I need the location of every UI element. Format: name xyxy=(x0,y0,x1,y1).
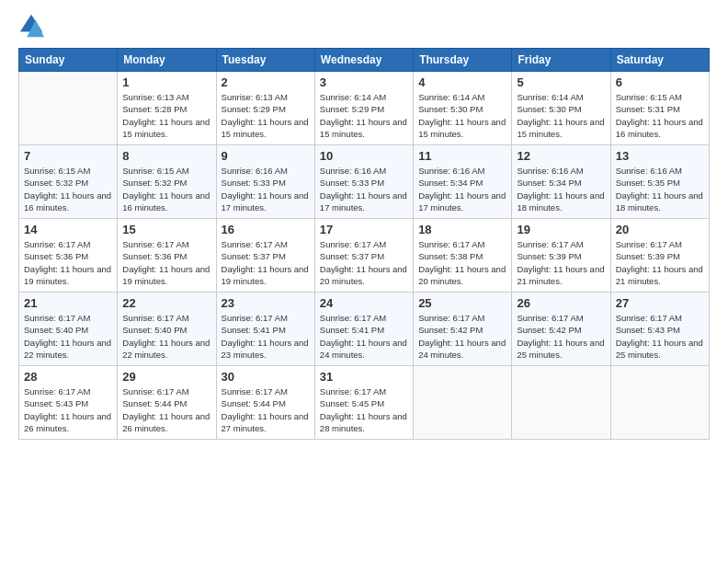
calendar-cell: 11Sunrise: 6:16 AMSunset: 5:34 PMDayligh… xyxy=(414,145,512,219)
calendar-cell: 31Sunrise: 6:17 AMSunset: 5:45 PMDayligh… xyxy=(314,366,413,440)
day-number: 6 xyxy=(616,75,704,89)
calendar-cell: 12Sunrise: 6:16 AMSunset: 5:34 PMDayligh… xyxy=(512,145,610,219)
day-number: 5 xyxy=(517,75,605,89)
calendar-week-row: 21Sunrise: 6:17 AMSunset: 5:40 PMDayligh… xyxy=(19,293,710,366)
weekday-header: Wednesday xyxy=(314,49,413,72)
day-number: 3 xyxy=(320,75,408,89)
day-number: 14 xyxy=(24,223,112,236)
day-number: 7 xyxy=(24,149,112,163)
day-info: Sunrise: 6:14 AMSunset: 5:30 PMDaylight:… xyxy=(517,91,605,140)
calendar-cell: 4Sunrise: 6:14 AMSunset: 5:30 PMDaylight… xyxy=(414,72,512,145)
calendar-week-row: 1Sunrise: 6:13 AMSunset: 5:28 PMDaylight… xyxy=(19,72,710,145)
weekday-header: Thursday xyxy=(414,49,512,72)
day-info: Sunrise: 6:17 AMSunset: 5:39 PMDaylight:… xyxy=(616,238,704,287)
day-number: 16 xyxy=(222,223,310,236)
calendar-cell xyxy=(414,366,512,440)
day-number: 15 xyxy=(122,223,210,236)
day-info: Sunrise: 6:17 AMSunset: 5:42 PMDaylight:… xyxy=(418,312,506,361)
day-number: 23 xyxy=(222,296,310,310)
day-info: Sunrise: 6:13 AMSunset: 5:28 PMDaylight:… xyxy=(122,91,210,140)
calendar-cell: 24Sunrise: 6:17 AMSunset: 5:41 PMDayligh… xyxy=(314,293,413,366)
calendar-cell: 8Sunrise: 6:15 AMSunset: 5:32 PMDaylight… xyxy=(118,145,216,219)
logo-icon xyxy=(18,13,44,39)
weekday-header-row: SundayMondayTuesdayWednesdayThursdayFrid… xyxy=(19,49,710,72)
day-info: Sunrise: 6:17 AMSunset: 5:36 PMDaylight:… xyxy=(122,238,210,287)
day-info: Sunrise: 6:16 AMSunset: 5:33 PMDaylight:… xyxy=(222,165,310,213)
calendar-cell: 30Sunrise: 6:17 AMSunset: 5:44 PMDayligh… xyxy=(216,366,314,440)
calendar-cell: 21Sunrise: 6:17 AMSunset: 5:40 PMDayligh… xyxy=(19,293,118,366)
calendar-week-row: 28Sunrise: 6:17 AMSunset: 5:43 PMDayligh… xyxy=(19,366,710,440)
calendar-table: SundayMondayTuesdayWednesdayThursdayFrid… xyxy=(18,48,710,440)
day-info: Sunrise: 6:15 AMSunset: 5:32 PMDaylight:… xyxy=(24,165,112,213)
day-number: 18 xyxy=(418,223,506,236)
day-info: Sunrise: 6:17 AMSunset: 5:37 PMDaylight:… xyxy=(222,238,310,287)
calendar-cell: 14Sunrise: 6:17 AMSunset: 5:36 PMDayligh… xyxy=(19,219,118,293)
day-number: 9 xyxy=(222,149,310,163)
calendar-week-row: 7Sunrise: 6:15 AMSunset: 5:32 PMDaylight… xyxy=(19,145,710,219)
weekday-header: Tuesday xyxy=(216,49,314,72)
day-number: 12 xyxy=(517,149,605,163)
day-info: Sunrise: 6:16 AMSunset: 5:35 PMDaylight:… xyxy=(616,165,704,213)
weekday-header: Friday xyxy=(512,49,610,72)
day-info: Sunrise: 6:15 AMSunset: 5:32 PMDaylight:… xyxy=(122,165,210,213)
calendar-week-row: 14Sunrise: 6:17 AMSunset: 5:36 PMDayligh… xyxy=(19,219,710,293)
day-number: 11 xyxy=(418,149,506,163)
weekday-header: Monday xyxy=(118,49,216,72)
calendar-cell: 23Sunrise: 6:17 AMSunset: 5:41 PMDayligh… xyxy=(216,293,314,366)
day-info: Sunrise: 6:17 AMSunset: 5:40 PMDaylight:… xyxy=(24,312,112,361)
calendar-cell: 25Sunrise: 6:17 AMSunset: 5:42 PMDayligh… xyxy=(414,293,512,366)
day-number: 17 xyxy=(320,223,408,236)
day-number: 4 xyxy=(418,75,506,89)
day-number: 21 xyxy=(24,296,112,310)
day-number: 13 xyxy=(616,149,704,163)
day-number: 28 xyxy=(24,370,112,384)
calendar-cell: 16Sunrise: 6:17 AMSunset: 5:37 PMDayligh… xyxy=(216,219,314,293)
day-info: Sunrise: 6:17 AMSunset: 5:39 PMDaylight:… xyxy=(517,238,605,287)
calendar-cell: 3Sunrise: 6:14 AMSunset: 5:29 PMDaylight… xyxy=(314,72,413,145)
day-info: Sunrise: 6:15 AMSunset: 5:31 PMDaylight:… xyxy=(616,91,704,140)
day-info: Sunrise: 6:17 AMSunset: 5:44 PMDaylight:… xyxy=(222,385,310,434)
calendar-cell: 18Sunrise: 6:17 AMSunset: 5:38 PMDayligh… xyxy=(414,219,512,293)
day-number: 29 xyxy=(122,370,210,384)
calendar-cell xyxy=(610,366,709,440)
day-number: 31 xyxy=(320,370,408,384)
calendar-cell: 29Sunrise: 6:17 AMSunset: 5:44 PMDayligh… xyxy=(118,366,216,440)
day-info: Sunrise: 6:17 AMSunset: 5:38 PMDaylight:… xyxy=(418,238,506,287)
day-info: Sunrise: 6:16 AMSunset: 5:33 PMDaylight:… xyxy=(320,165,408,213)
calendar-cell: 20Sunrise: 6:17 AMSunset: 5:39 PMDayligh… xyxy=(610,219,709,293)
day-info: Sunrise: 6:14 AMSunset: 5:29 PMDaylight:… xyxy=(320,91,408,140)
day-number: 26 xyxy=(517,296,605,310)
calendar-page: SundayMondayTuesdayWednesdayThursdayFrid… xyxy=(0,0,728,563)
day-number: 22 xyxy=(122,296,210,310)
day-info: Sunrise: 6:17 AMSunset: 5:45 PMDaylight:… xyxy=(320,385,408,434)
day-info: Sunrise: 6:17 AMSunset: 5:41 PMDaylight:… xyxy=(222,312,310,361)
day-number: 25 xyxy=(418,296,506,310)
header xyxy=(18,17,710,39)
day-info: Sunrise: 6:14 AMSunset: 5:30 PMDaylight:… xyxy=(418,91,506,140)
calendar-cell: 9Sunrise: 6:16 AMSunset: 5:33 PMDaylight… xyxy=(216,145,314,219)
calendar-cell: 10Sunrise: 6:16 AMSunset: 5:33 PMDayligh… xyxy=(314,145,413,219)
calendar-cell: 7Sunrise: 6:15 AMSunset: 5:32 PMDaylight… xyxy=(19,145,118,219)
calendar-cell: 17Sunrise: 6:17 AMSunset: 5:37 PMDayligh… xyxy=(314,219,413,293)
day-info: Sunrise: 6:16 AMSunset: 5:34 PMDaylight:… xyxy=(418,165,506,213)
day-number: 19 xyxy=(517,223,605,236)
day-number: 8 xyxy=(122,149,210,163)
day-info: Sunrise: 6:17 AMSunset: 5:41 PMDaylight:… xyxy=(320,312,408,361)
day-number: 30 xyxy=(222,370,310,384)
calendar-cell: 22Sunrise: 6:17 AMSunset: 5:40 PMDayligh… xyxy=(118,293,216,366)
calendar-cell: 5Sunrise: 6:14 AMSunset: 5:30 PMDaylight… xyxy=(512,72,610,145)
day-number: 27 xyxy=(616,296,704,310)
day-info: Sunrise: 6:13 AMSunset: 5:29 PMDaylight:… xyxy=(222,91,310,140)
calendar-cell: 15Sunrise: 6:17 AMSunset: 5:36 PMDayligh… xyxy=(118,219,216,293)
calendar-cell: 1Sunrise: 6:13 AMSunset: 5:28 PMDaylight… xyxy=(118,72,216,145)
calendar-cell: 19Sunrise: 6:17 AMSunset: 5:39 PMDayligh… xyxy=(512,219,610,293)
calendar-cell: 6Sunrise: 6:15 AMSunset: 5:31 PMDaylight… xyxy=(610,72,709,145)
calendar-cell: 13Sunrise: 6:16 AMSunset: 5:35 PMDayligh… xyxy=(610,145,709,219)
day-number: 10 xyxy=(320,149,408,163)
calendar-cell: 27Sunrise: 6:17 AMSunset: 5:43 PMDayligh… xyxy=(610,293,709,366)
weekday-header: Sunday xyxy=(19,49,118,72)
day-info: Sunrise: 6:17 AMSunset: 5:44 PMDaylight:… xyxy=(122,385,210,434)
day-info: Sunrise: 6:17 AMSunset: 5:36 PMDaylight:… xyxy=(24,238,112,287)
day-number: 1 xyxy=(122,75,210,89)
calendar-cell: 26Sunrise: 6:17 AMSunset: 5:42 PMDayligh… xyxy=(512,293,610,366)
